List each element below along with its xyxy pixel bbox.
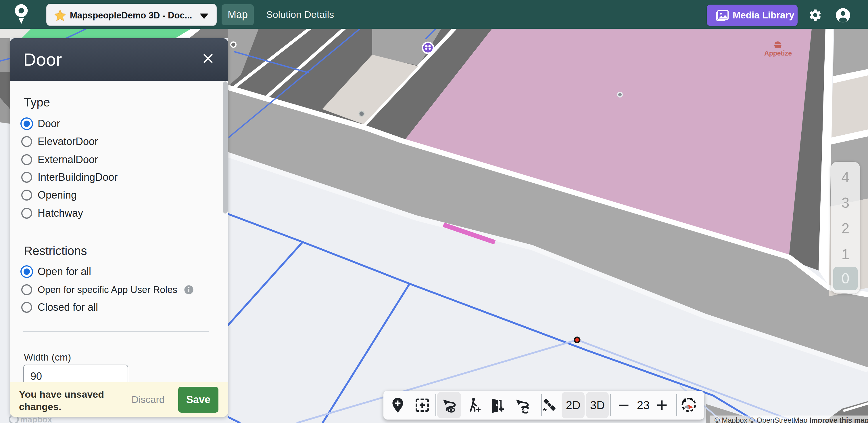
svg-text:Appetize: Appetize [764,50,792,57]
